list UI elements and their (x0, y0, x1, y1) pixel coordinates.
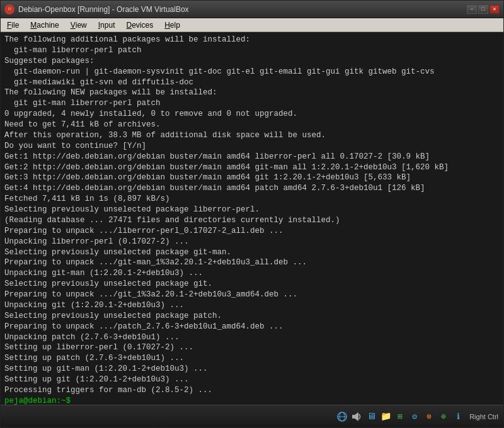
speaker-icon[interactable] (350, 410, 363, 423)
menu-bar: File Machine View Input Devices Help (1, 18, 503, 32)
terminal-icon[interactable]: ⊞ (394, 410, 406, 423)
menu-devices[interactable]: Devices (121, 18, 158, 31)
terminal-text: The following additional packages will b… (4, 35, 500, 396)
terminal-prompt: peja@debian:~$ (4, 397, 71, 405)
restore-button[interactable]: □ (478, 5, 488, 14)
network2-icon[interactable]: ⊕ (437, 410, 450, 423)
svg-rect-3 (352, 415, 355, 419)
taskbar-icons: 🖥 📁 ⊞ ⚙ ⊗ ⊕ ℹ (336, 410, 464, 423)
menu-machine[interactable]: Machine (25, 18, 64, 31)
settings-icon[interactable]: ⚙ (408, 410, 421, 423)
display-icon[interactable]: 🖥 (365, 410, 377, 423)
minimize-button[interactable]: – (467, 5, 477, 14)
window-title: Debian-Openbox [Running] - Oracle VM Vir… (18, 5, 189, 14)
menu-input[interactable]: Input (93, 18, 120, 31)
terminal-output[interactable]: The following additional packages will b… (1, 32, 503, 405)
info-icon[interactable]: ℹ (452, 410, 464, 423)
taskbar: 🖥 📁 ⊞ ⚙ ⊗ ⊕ ℹ Right Ctrl (1, 405, 503, 427)
network-icon[interactable] (336, 410, 348, 423)
title-bar-left: ○ Debian-Openbox [Running] - Oracle VM V… (4, 4, 189, 14)
menu-view[interactable]: View (66, 18, 92, 31)
title-bar: ○ Debian-Openbox [Running] - Oracle VM V… (1, 1, 503, 18)
usb-icon[interactable]: ⊗ (423, 410, 435, 423)
svg-marker-4 (355, 412, 358, 421)
window-controls: – □ ✕ (467, 5, 500, 14)
close-button[interactable]: ✕ (490, 5, 500, 14)
menu-file[interactable]: File (2, 18, 24, 31)
right-ctrl-label: Right Ctrl (469, 413, 498, 420)
folder-icon[interactable]: 📁 (379, 410, 392, 423)
virtualbox-icon: ○ (4, 4, 14, 14)
menu-help[interactable]: Help (159, 18, 185, 31)
virtualbox-window: ○ Debian-Openbox [Running] - Oracle VM V… (0, 0, 504, 428)
